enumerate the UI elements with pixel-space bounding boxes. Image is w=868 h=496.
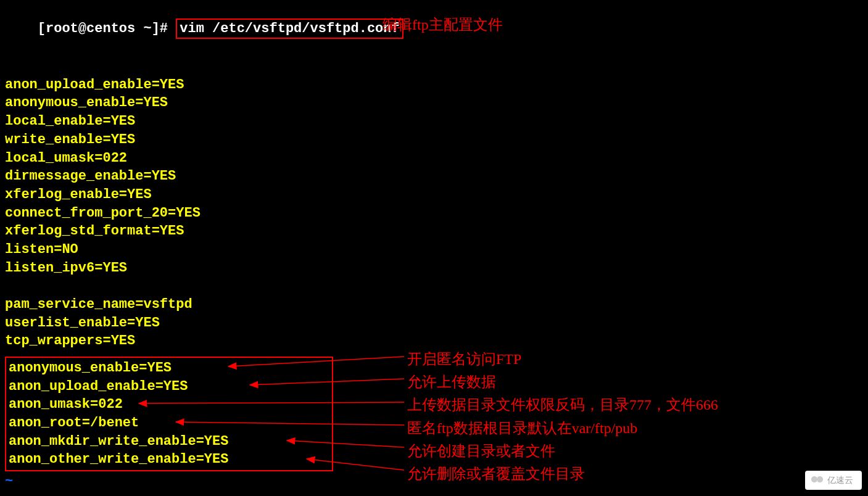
config-line: dirmessage_enable=YES (5, 167, 863, 186)
anon-config-highlight-box: anonymous_enable=YES anon_upload_enable=… (5, 357, 333, 471)
config-line: pam_service_name=vsftpd (5, 296, 863, 314)
config-line: local_umask=022 (5, 149, 863, 168)
blank-line (5, 277, 863, 296)
annotation-anon-other: 允许删除或者覆盖文件目录 (407, 463, 718, 486)
config-line-anon-upload: anon_upload_enable=YES (9, 378, 329, 396)
config-line: write_enable=YES (5, 131, 863, 149)
config-line: listen=NO (5, 241, 863, 259)
annotation-anon-root: 匿名ftp数据根目录默认在var/ftp/pub (407, 417, 718, 440)
config-line-anon-other: anon_other_write_enable=YES (9, 450, 329, 469)
config-line: local_enable=YES (5, 112, 863, 131)
config-line: anon_upload_enable=YES (5, 76, 863, 94)
annotation-anon-upload: 允许上传数据 (407, 371, 718, 394)
vim-command: vim /etc/vsftpd/vsftpd.conf (180, 21, 399, 36)
config-line-anon-enable: anonymous_enable=YES (9, 359, 329, 378)
annotations-block2: 开启匿名访问FTP 允许上传数据 上传数据目录文件权限反码，目录777，文件66… (407, 348, 718, 486)
config-line: anonymous_enable=YES (5, 94, 863, 112)
blank-line (5, 57, 863, 76)
shell-prompt: [root@centos ~]# (38, 21, 168, 36)
config-line: listen_ipv6=YES (5, 259, 863, 278)
annotation-edit-config: 编辑ftp主配置文件 (382, 15, 503, 35)
config-line: connect_from_port_20=YES (5, 204, 863, 223)
config-line: xferlog_std_format=YES (5, 222, 863, 241)
terminal-window[interactable]: [root@centos ~]# vim /etc/vsftpd/vsftpd.… (0, 0, 868, 350)
watermark-badge: 亿速云 (805, 471, 862, 490)
watermark-text: 亿速云 (827, 475, 853, 485)
config-line-anon-umask: anon_umask=022 (9, 395, 329, 414)
annotation-anon-mkdir: 允许创建目录或者文件 (407, 440, 718, 463)
annotation-anon-enable: 开启匿名访问FTP (407, 348, 718, 371)
config-line-anon-mkdir: anon_mkdir_write_enable=YES (9, 432, 329, 451)
vim-tilde-line: ~ (5, 473, 13, 491)
config-line-anon-root: anon_root=/benet (9, 414, 329, 432)
config-line: userlist_enable=YES (5, 314, 863, 333)
config-line: xferlog_enable=YES (5, 186, 863, 204)
anon-config-block: anonymous_enable=YES anon_upload_enable=… (5, 357, 333, 471)
command-highlight-box: vim /etc/vsftpd/vsftpd.conf (176, 19, 403, 39)
annotation-anon-umask: 上传数据目录文件权限反码，目录777，文件666 (407, 394, 718, 416)
